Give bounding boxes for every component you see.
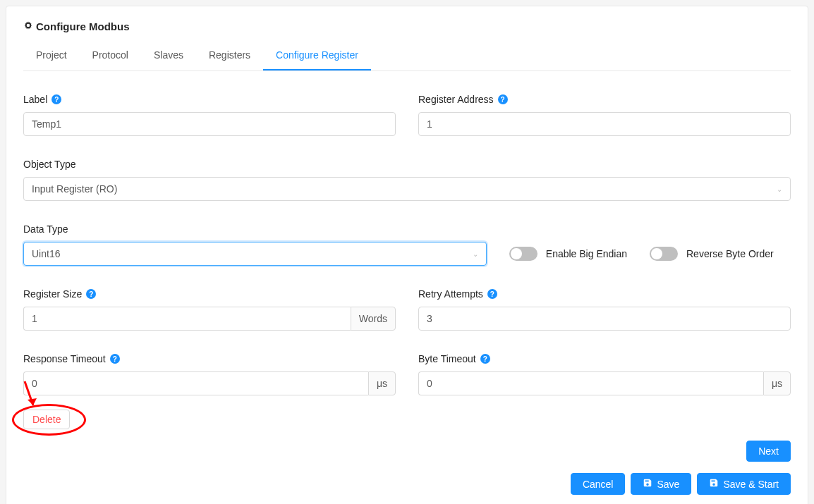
reverse-byte-order-toggle[interactable]: [650, 247, 678, 261]
object-type-select[interactable]: Input Register (RO) ⌄: [23, 177, 791, 201]
field-object-type: Object Type Input Register (RO) ⌄: [23, 159, 791, 201]
save-start-button[interactable]: Save & Start: [697, 473, 791, 495]
save-button[interactable]: Save: [631, 473, 691, 495]
data-type-text: Data Type: [23, 223, 68, 235]
response-timeout-input[interactable]: [23, 371, 368, 395]
help-icon[interactable]: ?: [51, 94, 61, 104]
configure-modbus-panel: Configure Modbus Project Protocol Slaves…: [6, 6, 808, 504]
help-icon[interactable]: ?: [110, 354, 120, 364]
response-timeout-suffix: μs: [368, 371, 396, 395]
byte-timeout-suffix: μs: [763, 371, 791, 395]
field-retry-attempts: Retry Attempts ?: [418, 288, 791, 331]
tab-project[interactable]: Project: [23, 41, 80, 70]
delete-button[interactable]: Delete: [23, 410, 70, 429]
field-data-type-row: Data Type Uint16 ⌄ Enable Big Endian Rev…: [23, 223, 791, 266]
label-input[interactable]: [23, 112, 396, 136]
tab-protocol[interactable]: Protocol: [80, 41, 141, 70]
reverse-byte-order-block: Reverse Byte Order: [650, 247, 791, 261]
tabs: Project Protocol Slaves Registers Config…: [23, 41, 791, 71]
register-size-suffix: Words: [351, 307, 396, 331]
settings-icon: [23, 20, 33, 32]
svg-marker-1: [28, 398, 37, 405]
enable-big-endian-label: Enable Big Endian: [546, 248, 627, 259]
enable-big-endian-block: Enable Big Endian: [509, 247, 627, 261]
object-type-text: Object Type: [23, 159, 75, 170]
response-timeout-text: Response Timeout: [23, 353, 106, 364]
field-register-size: Register Size ? Words: [23, 288, 396, 331]
enable-big-endian-toggle[interactable]: [509, 247, 537, 261]
register-address-text: Register Address: [418, 94, 494, 105]
chevron-down-icon: ⌄: [777, 185, 782, 193]
delete-wrap: Delete: [23, 410, 70, 429]
help-icon[interactable]: ?: [487, 289, 497, 299]
help-icon[interactable]: ?: [86, 289, 96, 299]
register-size-text: Register Size: [23, 288, 82, 300]
help-icon[interactable]: ?: [498, 94, 508, 104]
tab-slaves[interactable]: Slaves: [141, 41, 196, 70]
panel-title: Configure Modbus: [23, 20, 791, 32]
form-grid: Label ? Register Address ? Object Type I…: [23, 94, 791, 395]
field-byte-timeout: Byte Timeout ? μs: [418, 353, 791, 395]
chevron-down-icon: ⌄: [473, 250, 478, 258]
reverse-byte-order-label: Reverse Byte Order: [686, 248, 774, 259]
field-label: Label ?: [23, 94, 396, 136]
save-icon: [643, 478, 652, 490]
field-response-timeout: Response Timeout ? μs: [23, 353, 396, 395]
next-button[interactable]: Next: [746, 441, 791, 462]
field-register-address: Register Address ?: [418, 94, 791, 136]
retry-attempts-input[interactable]: [418, 307, 791, 331]
data-type-select[interactable]: Uint16 ⌄: [23, 242, 487, 266]
label-text: Label: [23, 94, 47, 105]
retry-attempts-text: Retry Attempts: [418, 288, 483, 300]
footer: Next Cancel Save Save & Start: [23, 441, 791, 495]
byte-timeout-input[interactable]: [418, 371, 763, 395]
cancel-button[interactable]: Cancel: [571, 473, 626, 495]
byte-timeout-text: Byte Timeout: [418, 353, 476, 364]
register-address-input[interactable]: [418, 112, 791, 136]
tab-configure-register[interactable]: Configure Register: [263, 41, 371, 70]
help-icon[interactable]: ?: [480, 354, 490, 364]
register-size-input[interactable]: [23, 307, 351, 331]
panel-title-text: Configure Modbus: [36, 20, 129, 32]
tab-registers[interactable]: Registers: [196, 41, 263, 70]
save-icon: [709, 478, 719, 490]
